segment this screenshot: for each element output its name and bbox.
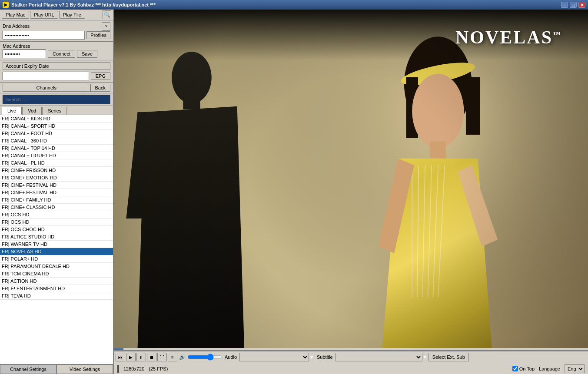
epg-button[interactable]: EPG [91, 72, 110, 80]
channel-item[interactable]: FR| ACTION HD [0, 278, 113, 285]
search-magnifier-button[interactable]: 🔍 [103, 10, 111, 19]
maximize-button[interactable]: □ [570, 2, 577, 8]
titlebar: ▶ Stalker Portal Player v7.1 By Sahbaz *… [0, 0, 588, 10]
mac-input[interactable] [3, 50, 46, 58]
progress-bar-container[interactable] [114, 348, 588, 351]
close-button[interactable]: ✕ [578, 2, 585, 8]
language-select[interactable]: Eng [565, 364, 585, 373]
channel-item[interactable]: FR| CINE+ FAMILY HD [0, 196, 113, 204]
channel-item[interactable]: FR| CINE+ FESTIVAL HD [0, 182, 113, 189]
scene-canvas [114, 10, 588, 348]
progress-bar [114, 348, 123, 350]
connect-button[interactable]: Connect [48, 50, 75, 58]
channel-item[interactable]: FR| CANAL+ SPORT HD [0, 122, 113, 130]
help-button[interactable]: ? [102, 22, 110, 31]
resolution-text: 1280x720 [123, 366, 144, 371]
on-top-checkbox-container: On Top [512, 366, 535, 371]
channel-list: FR| CANAL+ KIDS HDFR| CANAL+ SPORT HDFR|… [0, 115, 113, 364]
account-expiry-button[interactable]: Account Expiry Date [3, 62, 110, 70]
app-icon: ▶ [3, 2, 9, 8]
account-section: Account Expiry Date January 11, 2025, 7:… [0, 60, 113, 83]
play-button[interactable]: ▶ [126, 353, 136, 361]
play-mac-button[interactable]: Play Mac [2, 11, 29, 19]
channel-item[interactable]: FR| WARNER TV HD [0, 241, 113, 248]
channel-item[interactable]: FR| CANAL+ 360 HD [0, 137, 113, 145]
channel-item[interactable]: FR| CINE+ EMOTION HD [0, 174, 113, 182]
left-panel: Play Mac Play URL Play File 🔍 Dns Addres… [0, 10, 114, 374]
dns-section: Dns Address ? Profiles [0, 20, 113, 42]
tab-vod[interactable]: Vod [22, 107, 42, 115]
status-bar: 1280x720 (25 FPS) On Top Language Eng [114, 363, 588, 374]
play-file-button[interactable]: Play File [59, 11, 85, 19]
channel-item[interactable]: FR| OCS CHOC HD [0, 226, 113, 233]
video-settings-tab[interactable]: Video Settings [56, 364, 113, 374]
channel-tabs: Live Vod Series [0, 106, 113, 115]
channel-item[interactable]: FR| NOVELAS HD [0, 248, 113, 255]
main-layout: Play Mac Play URL Play File 🔍 Dns Addres… [0, 10, 588, 374]
channel-item[interactable]: FR| PARAMOUNT DECALE HD [0, 263, 113, 270]
menu-bar: Play Mac Play URL Play File 🔍 [0, 10, 113, 20]
channel-list-container: FR| CANAL+ KIDS HDFR| CANAL+ SPORT HDFR|… [0, 115, 113, 364]
volume-slider[interactable] [187, 354, 222, 361]
channel-item[interactable]: FR| CINE+ FESTIVAL HD [0, 189, 113, 196]
mac-label: Mac Address [3, 43, 110, 49]
channel-item[interactable]: FR| CANAL+ KIDS HD [0, 115, 113, 122]
status-indicator [117, 365, 119, 373]
fullscreen-button[interactable]: ⛶ [157, 353, 167, 361]
channel-item[interactable]: FR| OCS HD [0, 218, 113, 226]
channel-item[interactable]: FR| CINE+ CLASSIC HD [0, 204, 113, 211]
channel-item[interactable]: FR| OCS HD [0, 211, 113, 218]
on-top-label: On Top [519, 366, 535, 371]
prev-button[interactable]: ⏮ [116, 353, 125, 361]
channel-logo: NOVELAS™ [455, 27, 562, 48]
tab-live[interactable]: Live [2, 107, 22, 115]
select-ext-sub-button[interactable]: Select Ext. Sub [429, 353, 469, 361]
date-input[interactable]: January 11, 2025, 7:56 pm [3, 72, 89, 80]
subtitle-label: Subtitle [315, 354, 335, 360]
channel-item[interactable]: FR| CANAL+ LIGUE1 HD [0, 152, 113, 159]
channel-item[interactable]: FR| TCM CINEMA HD [0, 270, 113, 278]
bottom-tabs: Channel Settings Video Settings [0, 364, 113, 374]
channel-item[interactable]: FR| POLAR+ HD [0, 255, 113, 263]
video-area: NOVELAS™ ⏮ ▶ ⏸ ⏹ ⛶ ≡ 🔊 Audio ▼ Subtitle [114, 10, 588, 374]
save-button[interactable]: Save [77, 50, 97, 58]
language-label: Language [539, 366, 560, 371]
audio-label: Audio [223, 354, 239, 360]
search-box [0, 93, 113, 106]
channel-item[interactable]: FR| CANAL+ PL HD [0, 159, 113, 167]
dns-label: Dns Address [3, 23, 30, 29]
minimize-button[interactable]: – [561, 2, 568, 8]
stop-button[interactable]: ⏹ [147, 353, 156, 361]
fps-text: (25 FPS) [149, 366, 168, 371]
channels-bar: Channels Back [0, 83, 113, 93]
playlist-button[interactable]: ≡ [168, 353, 177, 361]
channel-item[interactable]: FR| CANAL+ FOOT HD [0, 130, 113, 137]
channel-item[interactable]: FR| CANAL+ TOP 14 HD [0, 145, 113, 152]
titlebar-title: Stalker Portal Player v7.1 By Sahbaz ***… [11, 2, 561, 7]
profiles-button[interactable]: Profiles [86, 31, 110, 39]
pause-button[interactable]: ⏸ [136, 353, 146, 361]
controls-bar: ⏮ ▶ ⏸ ⏹ ⛶ ≡ 🔊 Audio ▼ Subtitle ▼ Select … [114, 351, 588, 363]
channel-settings-tab[interactable]: Channel Settings [0, 364, 56, 374]
on-top-checkbox[interactable] [512, 366, 518, 371]
subtitle-select[interactable] [336, 353, 422, 361]
channel-item[interactable]: FR| CINE+ FRISSON HD [0, 167, 113, 174]
search-input[interactable] [3, 95, 110, 104]
channel-item[interactable]: FR| TEVA HD [0, 292, 113, 300]
channels-button[interactable]: Channels [3, 84, 90, 92]
back-button[interactable]: Back [90, 84, 110, 92]
channel-item[interactable]: FR| ALTICE STUDIO HD [0, 233, 113, 241]
channel-item[interactable]: FR| E! ENTERTAINMENT HD [0, 285, 113, 292]
dns-input[interactable] [3, 31, 85, 40]
audio-dropdown-icon: ▼ [309, 354, 314, 360]
titlebar-controls: – □ ✕ [561, 2, 585, 8]
volume-icon: 🔊 [178, 354, 186, 360]
audio-select[interactable] [239, 353, 309, 361]
play-url-button[interactable]: Play URL [30, 11, 58, 19]
tab-series[interactable]: Series [42, 107, 67, 115]
mac-section: Mac Address Connect Save [0, 42, 113, 60]
subtitle-dropdown-icon: ▼ [422, 354, 428, 360]
video-display: NOVELAS™ [114, 10, 588, 348]
